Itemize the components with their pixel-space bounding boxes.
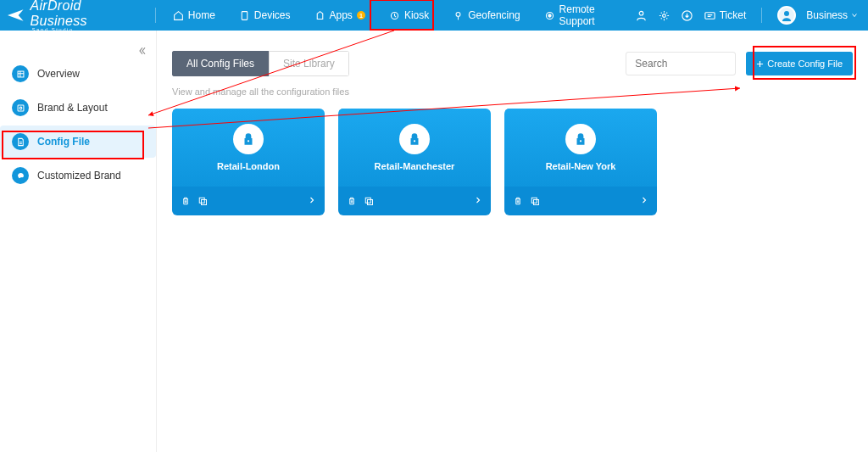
sidebar-item-label: Customized Brand: [37, 170, 121, 181]
sidebar-collapse-button[interactable]: [137, 44, 147, 59]
nav-label: Home: [188, 9, 215, 21]
delete-button[interactable]: [513, 196, 523, 206]
sidebar-item-brand-layout[interactable]: Brand & Layout: [0, 92, 156, 124]
account-label: Business: [806, 9, 848, 21]
delete-button[interactable]: [347, 196, 357, 206]
card-name: Retail-Manchester: [375, 161, 455, 171]
svg-rect-17: [365, 198, 370, 203]
svg-point-12: [19, 107, 22, 109]
tab-label: Site Library: [283, 58, 335, 70]
nav-label: Remote Support: [559, 3, 623, 27]
config-card[interactable]: Retail-Manchester: [338, 109, 491, 215]
header-separator: [761, 8, 762, 23]
nav-devices[interactable]: Devices: [227, 0, 303, 31]
nav-geofencing[interactable]: Geofencing: [441, 0, 531, 31]
avatar-icon: [780, 8, 793, 22]
download-icon[interactable]: [681, 9, 693, 22]
create-config-file-button[interactable]: Create Config File: [746, 52, 853, 75]
main-content: All Config Files Site Library Create Con…: [157, 31, 868, 452]
logo-text: AirDroid Business: [31, 0, 87, 28]
customized-brand-icon: [12, 167, 29, 184]
tab-group: All Config Files Site Library: [172, 51, 349, 76]
card-top: Retail-New York: [504, 109, 657, 187]
tab-site-library[interactable]: Site Library: [269, 51, 349, 76]
kiosk-icon: [389, 10, 400, 21]
apps-icon: [314, 10, 326, 21]
top-header: AirDroid Business Sand Studio Home Devic…: [0, 0, 868, 31]
sidebar-item-label: Brand & Layout: [37, 102, 108, 114]
lock-icon: [407, 131, 422, 147]
geofencing-icon: [453, 10, 464, 21]
svg-point-13: [248, 140, 249, 142]
copy-icon: [198, 196, 208, 206]
lock-badge: [565, 124, 596, 154]
nav-home[interactable]: Home: [161, 0, 227, 31]
sidebar-item-overview[interactable]: Overview: [0, 58, 156, 90]
card-name: Retail-New York: [546, 161, 616, 171]
open-button[interactable]: [474, 193, 482, 209]
copy-button[interactable]: [364, 196, 374, 206]
chevron-right-icon: [640, 195, 648, 205]
card-top: Retail-London: [172, 109, 325, 187]
svg-rect-14: [199, 198, 204, 203]
svg-rect-18: [368, 200, 373, 205]
card-actions: [172, 187, 325, 215]
config-card[interactable]: Retail-London: [172, 109, 325, 215]
ticket-icon: [704, 9, 716, 22]
header-right: Ticket Business: [635, 6, 868, 25]
logo-icon: [7, 8, 25, 23]
config-card[interactable]: Retail-New York: [504, 109, 657, 215]
nav-remote-support[interactable]: Remote Support: [532, 0, 635, 31]
create-label: Create Config File: [767, 59, 843, 69]
nav-label: Devices: [254, 9, 291, 21]
brand-layout-icon: [12, 99, 29, 116]
sidebar-item-config-file[interactable]: Config File: [0, 126, 156, 158]
lock-icon: [241, 131, 256, 147]
nav-label: Apps: [330, 9, 353, 21]
top-nav: Home Devices Apps 1 Kiosk Geofencing Rem…: [161, 0, 635, 31]
overview-icon: [12, 65, 29, 82]
trash-icon: [513, 196, 523, 206]
delete-button[interactable]: [181, 196, 191, 206]
home-icon: [173, 10, 184, 21]
sidebar-item-label: Overview: [37, 68, 80, 80]
remote-support-icon: [544, 10, 555, 21]
sidebar-item-label: Config File: [37, 136, 90, 148]
settings-icon[interactable]: [658, 9, 670, 22]
search-input[interactable]: [626, 52, 736, 75]
nav-label: Kiosk: [404, 9, 429, 21]
copy-icon: [364, 196, 374, 206]
sidebar-item-customized-brand[interactable]: Customized Brand: [0, 159, 156, 192]
subtitle: View and manage all the configuration fi…: [172, 86, 853, 97]
chevron-right-icon: [308, 195, 316, 205]
page-layout: Overview Brand & Layout Config File Cust…: [0, 31, 868, 452]
tab-label: All Config Files: [186, 58, 254, 70]
sidebar-list: Overview Brand & Layout Config File Cust…: [0, 58, 156, 192]
open-button[interactable]: [640, 193, 648, 209]
card-actions: [504, 187, 657, 215]
card-actions: [338, 187, 491, 215]
copy-button[interactable]: [530, 196, 540, 206]
user-management-icon[interactable]: [635, 9, 648, 22]
ticket-link[interactable]: Ticket: [704, 9, 747, 22]
svg-point-19: [580, 140, 581, 142]
svg-point-5: [639, 11, 643, 15]
svg-rect-15: [202, 200, 207, 205]
header-separator: [155, 8, 156, 23]
notification-badge: 1: [357, 11, 365, 20]
svg-point-9: [784, 11, 789, 16]
svg-rect-11: [18, 105, 24, 111]
tab-all-config-files[interactable]: All Config Files: [172, 51, 269, 76]
nav-kiosk[interactable]: Kiosk: [377, 0, 441, 31]
svg-rect-10: [18, 71, 24, 77]
open-button[interactable]: [308, 193, 316, 209]
nav-apps[interactable]: Apps 1: [303, 0, 377, 31]
logo[interactable]: AirDroid Business Sand Studio: [0, 0, 150, 32]
trash-icon: [347, 196, 357, 206]
account-dropdown[interactable]: Business: [806, 9, 858, 21]
avatar[interactable]: [777, 6, 796, 25]
lock-badge: [233, 124, 264, 154]
copy-button[interactable]: [198, 196, 208, 206]
nav-label: Geofencing: [468, 9, 520, 21]
chevron-down-icon: [851, 12, 858, 19]
